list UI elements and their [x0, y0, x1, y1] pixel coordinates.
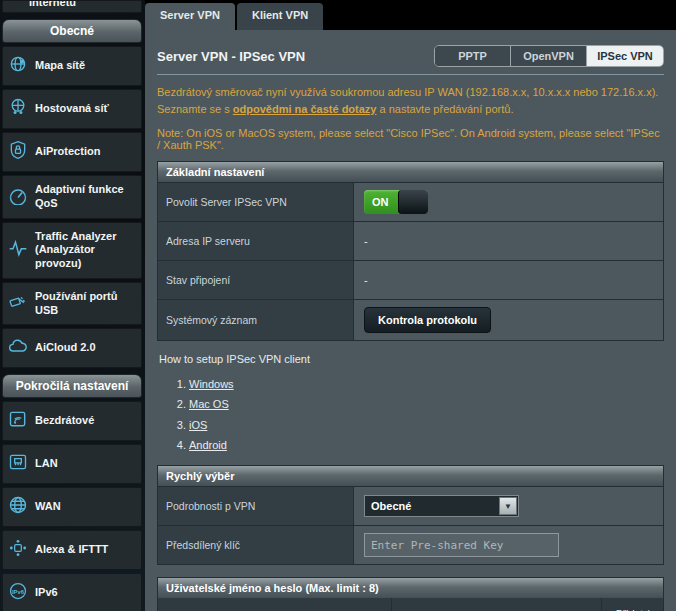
sidebar-item-label: Adaptivní funkce QoS [35, 183, 125, 211]
ipv6-icon: IPv6 [8, 581, 28, 605]
wan-notice: Bezdrátový směrovač nyní využívá soukrom… [157, 84, 664, 118]
tab-bar: Server VPN Klient VPN [145, 0, 676, 30]
sidebar-item-aicloud[interactable]: AiCloud 2.0 [2, 328, 142, 368]
sidebar-item-label: Traffic Analyzer (Analyzátor provozu) [35, 230, 125, 271]
main-panel: Server VPN Klient VPN Server VPN - IPSec… [145, 0, 676, 611]
howto-link-android[interactable]: Android [189, 439, 227, 451]
router-admin-screen: Internetu Obecné Mapa sítě Hostovaná síť… [0, 0, 676, 611]
quick-select-section: Rychlý výběr Podrobnosti p VPN Obecné ▼ … [157, 465, 664, 565]
sidebar-section-advanced: Pokročilá nastavení [2, 374, 142, 398]
gauge-icon [8, 185, 28, 209]
guest-network-icon [8, 97, 28, 121]
vpn-details-row: Podrobnosti p VPN Obecné ▼ [158, 486, 663, 525]
openvpn-button[interactable]: OpenVPN [511, 46, 587, 66]
content-area: Server VPN - IPSec VPN PPTP OpenVPN IPSe… [145, 30, 676, 611]
sidebar-item-wireless[interactable]: Bezdrátové [2, 401, 142, 441]
system-log-row: Systémový záznam Kontrola protokolu [158, 299, 663, 340]
vpn-details-label: Podrobnosti p VPN [158, 487, 353, 525]
enable-server-row: Povolit Server IPSec VPN ON [158, 182, 663, 221]
sidebar-item-usb-application[interactable]: Používání portů USB [2, 282, 142, 326]
toggle-on-label: ON [372, 190, 389, 214]
howto-link-windows[interactable]: Windows [189, 378, 234, 390]
server-ip-value: - [353, 222, 663, 260]
wifi-icon [8, 409, 28, 433]
sidebar-item-label: WAN [35, 500, 61, 514]
username-column-header: Jméno uživatele [158, 598, 391, 611]
howto-block: How to setup IPSec VPN client Windows Ma… [159, 353, 664, 455]
psk-input[interactable] [364, 533, 559, 557]
notice-text-post: a nastavte předávání portů. [376, 103, 513, 115]
sidebar-item-label: AiProtection [35, 145, 100, 159]
nodes-icon [8, 538, 28, 562]
basic-config-section: Základní nastavení Povolit Server IPSec … [157, 161, 664, 341]
sidebar-item-network-map[interactable]: Mapa sítě [2, 46, 142, 86]
sidebar-item-label: Používání portů USB [35, 290, 136, 318]
howto-title: How to setup IPSec VPN client [159, 353, 664, 365]
enable-server-label: Povolit Server IPSec VPN [158, 183, 353, 221]
connection-status-row: Stav připojení - [158, 260, 663, 299]
waveform-icon [8, 238, 28, 262]
server-ip-row: Adresa IP serveru - [158, 221, 663, 260]
sidebar-item-alexa-ifttt[interactable]: Alexa & IFTTT [2, 530, 142, 570]
howto-link-ios[interactable]: iOS [189, 419, 207, 431]
system-log-label: Systémový záznam [158, 300, 353, 340]
vpn-details-selected-value: Obecné [371, 500, 411, 512]
sidebar-item-label: IPv6 [35, 586, 58, 600]
user-table-section: Uživatelské jméno a heslo (Max. limit : … [157, 577, 664, 611]
psk-label: Předsdílený klíč [158, 526, 353, 564]
lan-port-icon [8, 452, 28, 476]
sidebar-item-quick-internet-setup[interactable]: Internetu [2, 0, 142, 13]
sidebar-item-label: Hostovaná síť [35, 102, 109, 116]
title-divider [157, 74, 664, 75]
os-note: Note: On iOS or MacOS system, please sel… [157, 127, 664, 151]
sidebar-item-aiprotection[interactable]: AiProtection [2, 132, 142, 172]
sidebar-item-label: AiCloud 2.0 [35, 341, 96, 355]
sidebar: Internetu Obecné Mapa sítě Hostovaná síť… [0, 0, 145, 611]
cloud-icon [8, 336, 28, 360]
network-map-icon [8, 54, 28, 78]
basic-config-header: Základní nastavení [158, 162, 663, 182]
tab-server-vpn[interactable]: Server VPN [145, 3, 235, 30]
faq-link[interactable]: odpovědmi na časté dotazy [233, 103, 377, 115]
sidebar-item-label: Alexa & IFTTT [35, 543, 108, 557]
sidebar-item-lan[interactable]: LAN [2, 444, 142, 484]
sidebar-item-label: LAN [35, 457, 58, 471]
sidebar-item-ipv6[interactable]: IPv6 IPv6 [2, 573, 142, 611]
sidebar-item-wan[interactable]: WAN [2, 487, 142, 527]
sidebar-item-label: Bezdrátové [35, 414, 94, 428]
svg-text:IPv6: IPv6 [12, 589, 25, 595]
ipsec-server-toggle[interactable]: ON [364, 190, 428, 214]
sidebar-item-traffic-analyzer[interactable]: Traffic Analyzer (Analyzátor provozu) [2, 222, 142, 279]
sidebar-item-label: Mapa sítě [35, 59, 85, 73]
shield-lock-icon [8, 140, 28, 164]
check-log-button[interactable]: Kontrola protokolu [364, 307, 491, 333]
howto-link-macos[interactable]: Mac OS [189, 398, 229, 410]
sidebar-item-label: Internetu [29, 0, 76, 10]
psk-row: Předsdílený klíč [158, 525, 663, 564]
quick-select-header: Rychlý výběr [158, 466, 663, 486]
dropdown-arrow-icon[interactable]: ▼ [499, 497, 517, 515]
toggle-knob [398, 190, 428, 214]
user-table-header: Uživatelské jméno a heslo (Max. limit : … [158, 578, 663, 598]
vpn-type-switcher: PPTP OpenVPN IPSec VPN [434, 45, 664, 67]
add-remove-column-header: Přidat / Odstranit [601, 598, 663, 611]
ipsec-vpn-button[interactable]: IPSec VPN [587, 46, 663, 66]
usb-icon [8, 292, 28, 316]
connection-status-value: - [353, 261, 663, 299]
sidebar-item-guest-network[interactable]: Hostovaná síť [2, 89, 142, 129]
password-column-header: Heslo [391, 598, 601, 611]
user-table-column-headers: Jméno uživatele Heslo Přidat / Odstranit [158, 598, 663, 611]
server-ip-label: Adresa IP serveru [158, 222, 353, 260]
sidebar-item-adaptive-qos[interactable]: Adaptivní funkce QoS [2, 175, 142, 219]
globe-icon [8, 495, 28, 519]
pptp-button[interactable]: PPTP [435, 46, 511, 66]
connection-status-label: Stav připojení [158, 261, 353, 299]
page-title: Server VPN - IPSec VPN [157, 49, 305, 64]
title-row: Server VPN - IPSec VPN PPTP OpenVPN IPSe… [157, 45, 664, 67]
sidebar-section-general: Obecné [2, 19, 142, 43]
howto-list: Windows Mac OS iOS Android [189, 374, 664, 455]
tab-client-vpn[interactable]: Klient VPN [237, 3, 323, 30]
vpn-details-select[interactable]: Obecné ▼ [364, 495, 519, 517]
